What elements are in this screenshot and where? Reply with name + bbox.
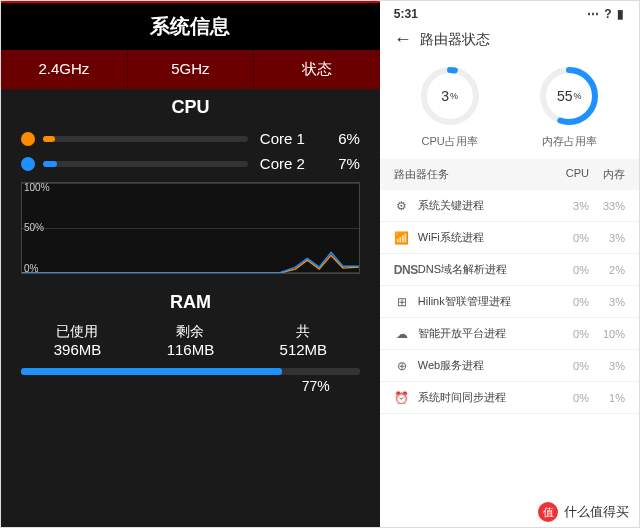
task-row[interactable]: ⊞Hilink智联管理进程0%3% [380,286,639,318]
router-status-panel: 5:31 ⋯ ? ▮ ← 路由器状态 3% CPU占用率 55% 内存占用率 [380,1,639,527]
task-cpu: 0% [553,360,589,372]
task-mem: 2% [589,264,625,276]
core-row: Core 2 7% [21,155,360,172]
task-mem: 33% [589,200,625,212]
task-name: 系统时间同步进程 [418,390,553,405]
ram-free-value: 116MB [134,341,247,358]
watermark-text: 什么值得买 [564,503,629,521]
task-name: WiFi系统进程 [418,230,553,245]
task-cpu: 0% [553,392,589,404]
cpu-gauge: 3% CPU占用率 [418,64,482,149]
ram-bar [21,368,360,375]
core1-label: Core 1 [260,130,320,147]
memory-gauge-label: 内存占用率 [537,134,601,149]
core-row: Core 1 6% [21,130,360,147]
task-mem: 3% [589,360,625,372]
link-icon: ⊞ [394,295,410,309]
task-cpu: 0% [553,296,589,308]
page-title: 系统信息 [1,1,380,50]
core2-bar [43,161,248,167]
ram-total: 共 512MB [247,323,360,358]
task-cpu: 0% [553,264,589,276]
core1-color-dot [21,132,35,146]
status-time: 5:31 [394,7,418,21]
status-bar: 5:31 ⋯ ? ▮ [380,1,639,23]
core2-color-dot [21,157,35,171]
task-row[interactable]: ⏰系统时间同步进程0%1% [380,382,639,414]
task-row[interactable]: 📶WiFi系统进程0%3% [380,222,639,254]
task-list: ⚙系统关键进程3%33%📶WiFi系统进程0%3%DNSDNS域名解析进程0%2… [380,190,639,414]
tab-bar: 2.4GHz 5GHz 状态 [1,50,380,89]
dns-icon: DNS [394,263,410,277]
core2-label: Core 2 [260,155,320,172]
ram-used: 已使用 396MB [21,323,134,358]
ram-total-label: 共 [247,323,360,341]
task-name: 系统关键进程 [418,198,553,213]
ram-heading: RAM [1,284,380,317]
system-info-panel: 系统信息 2.4GHz 5GHz 状态 CPU Core 1 6% Core 2… [1,1,380,527]
ram-total-value: 512MB [247,341,360,358]
task-mem: 3% [589,296,625,308]
task-mem: 3% [589,232,625,244]
globe-icon: ⊕ [394,359,410,373]
core1-bar [43,136,248,142]
gear-icon: ⚙ [394,199,410,213]
task-row[interactable]: ⊕Web服务进程0%3% [380,350,639,382]
tab-2-4ghz[interactable]: 2.4GHz [1,50,127,89]
status-icons: ⋯ ? ▮ [587,7,625,21]
ram-used-value: 396MB [21,341,134,358]
th-cpu: CPU [553,167,589,182]
task-name: Hilink智联管理进程 [418,294,553,309]
ram-used-label: 已使用 [21,323,134,341]
task-mem: 1% [589,392,625,404]
task-table-header: 路由器任务 CPU 内存 [380,159,639,190]
task-cpu: 0% [553,232,589,244]
task-cpu: 3% [553,200,589,212]
memory-gauge-value: 55 [557,88,573,104]
tab-5ghz[interactable]: 5GHz [127,50,254,89]
wifi-icon: 📶 [394,231,410,245]
th-task: 路由器任务 [394,167,553,182]
task-name: DNS域名解析进程 [418,262,553,277]
task-cpu: 0% [553,328,589,340]
cpu-heading: CPU [1,89,380,122]
task-mem: 10% [589,328,625,340]
screen-title: 路由器状态 [420,31,490,49]
ram-pct: 77% [21,378,360,394]
tab-status[interactable]: 状态 [253,50,380,89]
task-row[interactable]: ☁智能开放平台进程0%10% [380,318,639,350]
cpu-gauge-value: 3 [441,88,449,104]
ram-free-label: 剩余 [134,323,247,341]
th-mem: 内存 [589,167,625,182]
watermark: 值 什么值得买 [380,497,639,527]
task-name: Web服务进程 [418,358,553,373]
watermark-badge-icon: 值 [538,502,558,522]
memory-gauge: 55% 内存占用率 [537,64,601,149]
cloud-icon: ☁ [394,327,410,341]
cpu-gauge-label: CPU占用率 [418,134,482,149]
task-name: 智能开放平台进程 [418,326,553,341]
cpu-history-chart: 100% 50% 0% [21,182,360,274]
task-row[interactable]: ⚙系统关键进程3%33% [380,190,639,222]
clock-icon: ⏰ [394,391,410,405]
back-icon[interactable]: ← [394,29,412,50]
core1-pct: 6% [320,130,360,147]
task-row[interactable]: DNSDNS域名解析进程0%2% [380,254,639,286]
core2-pct: 7% [320,155,360,172]
ram-free: 剩余 116MB [134,323,247,358]
